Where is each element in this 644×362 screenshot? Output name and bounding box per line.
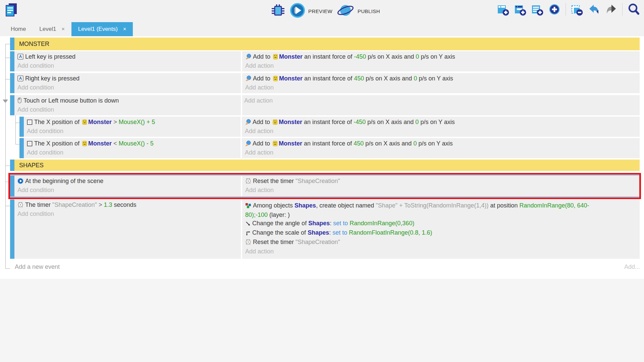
action-change-angle: Change the angle of Shapes: set to Rando… — [245, 219, 636, 229]
monster-object-icon — [273, 140, 278, 148]
toolbar-separator — [566, 3, 566, 16]
add-action-link[interactable]: Add action — [245, 149, 273, 156]
actions-cell: Add action — [242, 95, 640, 115]
object-name: Monster — [279, 53, 303, 60]
scene-start-icon — [17, 178, 23, 186]
action-create-object-wrap: 80);-100 (layer: ) — [245, 211, 636, 219]
add-other-icon[interactable] — [548, 3, 560, 16]
angle-icon — [245, 220, 251, 229]
add-comment-icon[interactable] — [531, 3, 543, 16]
condition-text: Touch or Left mouse button is down — [23, 97, 119, 104]
group-row-monster[interactable]: MONSTER — [10, 38, 640, 50]
action-text: Reset the timer — [253, 178, 294, 184]
add-condition-link[interactable]: Add condition — [17, 106, 54, 113]
action-text: Add to — [253, 75, 270, 82]
preview-button[interactable]: PREVIEW — [290, 3, 332, 19]
project-manager-button[interactable] — [4, 2, 19, 19]
search-icon[interactable] — [628, 3, 640, 16]
add-more-link[interactable]: Add... — [606, 263, 640, 270]
event-bar — [19, 117, 24, 137]
condition-text: At the beginning of the scene — [25, 178, 103, 184]
add-subevent-icon[interactable] — [514, 3, 526, 16]
event-bar — [10, 199, 14, 259]
add-condition-link[interactable]: Add condition — [17, 187, 54, 194]
add-action-link[interactable]: Add action — [245, 62, 274, 69]
object-name: Monster — [279, 140, 302, 147]
event-bar — [19, 138, 24, 158]
position-icon — [27, 119, 33, 127]
subevent-row-xpos-gt[interactable]: The X position of Monster > MouseX() + 5… — [19, 117, 640, 137]
monster-object-icon — [82, 119, 87, 127]
event-row-touch-mouse[interactable]: Touch or Left mouse button is down Add c… — [10, 95, 640, 115]
add-condition-link[interactable]: Add condition — [27, 128, 63, 135]
add-action-link[interactable]: Add action — [245, 247, 636, 256]
actions-cell: Add to Monster an instant force of -450 … — [242, 51, 640, 71]
tree-stub — [5, 166, 10, 166]
timer-icon — [245, 178, 251, 186]
close-tab-icon[interactable]: × — [123, 26, 126, 32]
remove-selection-icon[interactable] — [571, 3, 583, 16]
tab-level1[interactable]: Level1 × — [33, 22, 71, 36]
add-event-icon[interactable] — [497, 3, 509, 16]
event-bar — [10, 160, 14, 171]
event-row-timer[interactable]: The timer "ShapeCreation" > 1.3 seconds … — [10, 199, 640, 259]
svg-text:A: A — [19, 76, 22, 81]
add-condition-link[interactable]: Add condition — [17, 84, 54, 91]
main-toolbar: PREVIEW PUBLISH — [0, 0, 644, 22]
undo-icon[interactable] — [588, 3, 600, 16]
tree-rail — [5, 44, 6, 268]
force-icon — [245, 140, 251, 148]
conditions-cell: At the beginning of the scene Add condit… — [14, 176, 241, 196]
event-row-left-key[interactable]: ALeft key is pressed Add condition Add t… — [10, 51, 640, 71]
actions-cell: Add to Monster an instant force of -450 … — [242, 117, 640, 137]
timer-icon — [17, 201, 23, 209]
object-name: Monster — [279, 75, 303, 82]
add-action-link[interactable]: Add action — [245, 128, 273, 135]
monster-object-icon — [82, 140, 87, 148]
event-bar — [10, 38, 14, 50]
position-icon — [27, 141, 33, 148]
group-row-shapes[interactable]: SHAPES — [10, 160, 640, 171]
tab-home-label: Home — [11, 26, 26, 33]
close-tab-icon[interactable]: × — [61, 26, 64, 32]
add-condition-link[interactable]: Add condition — [17, 62, 54, 69]
conditions-cell: ARight key is pressed Add condition — [14, 73, 241, 93]
action-text: Add to — [253, 53, 270, 60]
add-condition-link[interactable]: Add condition — [27, 149, 63, 156]
add-action-link[interactable]: Add action — [244, 97, 638, 104]
events-sheet: MONSTER ALeft key is pressed Add conditi… — [0, 36, 644, 362]
toolbar-center: PREVIEW PUBLISH — [270, 3, 380, 19]
debugger-button[interactable] — [270, 3, 286, 19]
tree-corner — [5, 268, 6, 268]
event-row-scene-begin[interactable]: At the beginning of the scene Add condit… — [10, 176, 640, 196]
project-manager-icon — [4, 15, 19, 20]
monster-object-icon — [273, 119, 278, 127]
event-row-right-key[interactable]: ARight key is pressed Add condition Add … — [10, 73, 640, 93]
event-bar — [10, 176, 14, 196]
conditions-cell: The X position of Monster > MouseX() + 5… — [24, 117, 240, 137]
object-name: Monster — [88, 140, 112, 147]
collapse-arrow-icon[interactable] — [3, 100, 8, 103]
conditions-cell: The X position of Monster < MouseX() - 5… — [24, 138, 240, 158]
add-new-event-link[interactable]: Add a new event — [15, 263, 60, 270]
action-text: Add to — [253, 140, 270, 147]
preview-label: PREVIEW — [308, 8, 332, 14]
add-action-link[interactable]: Add action — [245, 187, 274, 194]
tree-stub — [15, 144, 19, 144]
add-action-link[interactable]: Add action — [245, 84, 274, 91]
publish-button[interactable]: PUBLISH — [336, 3, 380, 19]
conditions-cell: The timer "ShapeCreation" > 1.3 seconds … — [14, 199, 241, 259]
tab-level1-label: Level1 — [39, 26, 56, 33]
force-icon — [245, 119, 251, 127]
sheet-footer-background — [0, 279, 644, 362]
monster-object-icon — [273, 54, 278, 61]
redo-icon[interactable] — [605, 3, 617, 16]
add-condition-link[interactable]: Add condition — [17, 210, 54, 218]
object-name: Shapes — [308, 229, 329, 236]
conditions-cell: ALeft key is pressed Add condition — [14, 51, 241, 71]
subevent-row-xpos-lt[interactable]: The X position of Monster < MouseX() - 5… — [19, 138, 640, 158]
condition-text: The X position of — [34, 140, 79, 147]
tab-level1-events[interactable]: Level1 (Events) × — [71, 22, 133, 36]
tab-home[interactable]: Home — [4, 22, 33, 36]
keyboard-key-icon: A — [17, 75, 23, 83]
